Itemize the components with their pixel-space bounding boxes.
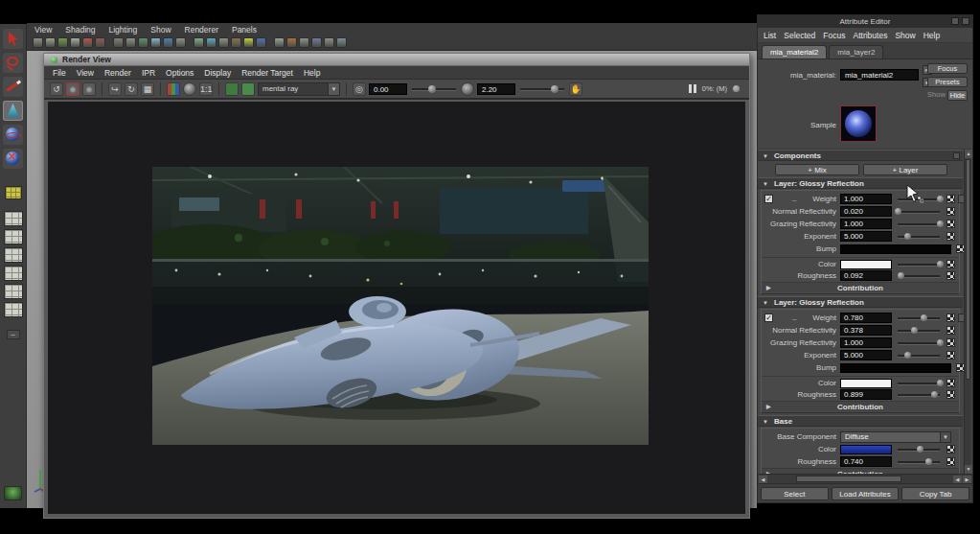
ae-menu-help[interactable]: Help [923, 31, 940, 40]
base-component-dropdown[interactable]: Diffuse ▼ [840, 431, 951, 443]
roughness-slider[interactable] [896, 389, 942, 401]
map-button[interactable] [946, 271, 955, 280]
render-view-titlebar[interactable]: Render View [44, 54, 749, 66]
toolbar-icon[interactable] [138, 37, 148, 48]
renderer-dropdown[interactable]: mental ray ▼ [258, 82, 340, 96]
exposure-field[interactable]: 0.00 [369, 83, 407, 95]
map-button[interactable] [946, 220, 955, 228]
slider-handle[interactable] [904, 352, 911, 359]
map-button[interactable] [946, 313, 955, 322]
toolbar-icon[interactable] [194, 37, 204, 48]
toolbar-icon[interactable] [274, 37, 285, 48]
exponent-slider[interactable] [896, 231, 942, 243]
slider-handle[interactable] [898, 272, 904, 279]
toolbar-icon[interactable] [336, 37, 347, 48]
select-button[interactable]: Select [761, 487, 829, 500]
remove-layer-icon[interactable]: – [792, 314, 796, 323]
base-section-header[interactable]: ▼ Base [758, 415, 963, 427]
layout-four-pane-button[interactable] [4, 229, 23, 244]
gamma-icon[interactable] [461, 82, 474, 96]
bump-swatch[interactable] [840, 244, 951, 254]
roughness-slider[interactable] [896, 270, 942, 282]
paint-select-tool-icon[interactable] [3, 77, 23, 97]
bump-swatch[interactable] [840, 363, 951, 373]
layer-glossy-reflection-header-2[interactable]: ▼ Layer: Glossy Reflection [758, 296, 963, 308]
load-attributes-button[interactable]: Load Attributes [832, 487, 900, 500]
render-settings-icon[interactable] [225, 82, 239, 96]
snapshot-icon[interactable] [82, 82, 96, 96]
alpha-channel-icon[interactable] [183, 82, 196, 96]
show-button[interactable]: Show [927, 90, 946, 101]
rgb-channels-icon[interactable] [167, 82, 180, 96]
roughness-field[interactable]: 0.899 [840, 389, 892, 400]
rotate-tool-icon[interactable] [3, 125, 23, 145]
menu-panels[interactable]: Panels [232, 25, 257, 35]
scroll-up-icon[interactable]: ▲ [965, 150, 972, 158]
collapse-toolbox-button[interactable]: – [7, 330, 20, 339]
toolbar-icon[interactable] [57, 37, 68, 48]
focus-button[interactable]: Focus [927, 63, 968, 74]
open-render-settings-icon[interactable] [241, 82, 255, 96]
map-button[interactable] [946, 232, 955, 241]
redo-render-icon[interactable]: ↺ [50, 82, 63, 96]
gamma-slider[interactable] [518, 83, 566, 95]
rv-menu-file[interactable]: File [53, 68, 66, 78]
menu-show[interactable]: Show [150, 25, 171, 35]
exposure-slider[interactable] [410, 83, 458, 95]
rv-menu-help[interactable]: Help [304, 68, 320, 78]
material-sample-swatch[interactable] [840, 105, 877, 142]
normal-reflectivity-field[interactable]: 0.378 [840, 325, 892, 336]
base-color-swatch[interactable] [840, 445, 892, 454]
move-tool-icon[interactable] [3, 101, 23, 121]
toolbar-icon[interactable] [324, 37, 334, 48]
toolbar-icon[interactable] [150, 37, 161, 48]
exponent-field[interactable]: 5.000 [840, 350, 892, 360]
ipr-render-icon[interactable]: ↻ [125, 82, 138, 96]
scroll-right-icon[interactable]: ▶ [963, 476, 971, 483]
scale-tool-icon[interactable] [3, 149, 23, 169]
slider-handle[interactable] [925, 458, 932, 465]
scroll-left-icon[interactable]: ◀ [759, 476, 767, 483]
toolbar-icon[interactable] [95, 37, 105, 48]
weight-slider[interactable] [896, 313, 942, 324]
select-tool-icon[interactable] [3, 29, 23, 49]
toolbar-icon[interactable] [311, 37, 322, 48]
map-button[interactable] [946, 457, 955, 466]
layout-persp-outliner-button[interactable] [4, 247, 23, 263]
grazing-reflectivity-field[interactable]: 1.000 [840, 337, 892, 348]
toolbar-icon[interactable] [45, 37, 56, 48]
map-button[interactable] [946, 379, 955, 387]
map-button[interactable] [946, 338, 955, 347]
rv-menu-display[interactable]: Display [204, 68, 231, 78]
contribution-bar[interactable]: ▶ Contribution [762, 282, 959, 292]
base-roughness-field[interactable]: 0.740 [840, 456, 892, 467]
weight-field[interactable]: 0.780 [840, 313, 892, 323]
rv-menu-render[interactable]: Render [104, 68, 131, 78]
base-color-slider[interactable] [896, 444, 942, 455]
color-swatch[interactable] [840, 379, 892, 388]
scrollbar-thumb[interactable] [796, 476, 901, 482]
grazing-reflectivity-slider[interactable] [896, 219, 942, 230]
highlight-selection-icon[interactable] [5, 186, 22, 199]
slider-handle[interactable] [895, 208, 901, 215]
undock-icon[interactable] [951, 17, 959, 25]
toolbar-icon[interactable] [299, 37, 309, 48]
gamma-field[interactable]: 2.20 [477, 83, 515, 95]
contribution-bar[interactable]: ▶ Contribution [762, 401, 959, 411]
rv-menu-options[interactable]: Options [166, 68, 194, 78]
ae-menu-show[interactable]: Show [895, 31, 915, 40]
menu-renderer[interactable]: Renderer [185, 25, 218, 35]
normal-reflectivity-field[interactable]: 0.020 [840, 206, 892, 217]
slider-handle[interactable] [937, 339, 944, 346]
toolbar-icon[interactable] [206, 37, 217, 48]
render-view-canvas[interactable] [48, 102, 745, 514]
ae-menu-attributes[interactable]: Attributes [853, 31, 887, 40]
toolbar-icon[interactable] [231, 37, 241, 48]
toolbar-icon[interactable] [243, 37, 254, 48]
grazing-reflectivity-field[interactable]: 1.000 [840, 219, 892, 229]
components-section-header[interactable]: ▼ Components [758, 150, 963, 161]
add-mix-button[interactable]: + Mix [775, 164, 859, 175]
layout-persp-panel-button[interactable] [4, 302, 23, 317]
layer-glossy-reflection-header-1[interactable]: ▼ Layer: Glossy Reflection [758, 177, 963, 189]
map-button[interactable] [946, 351, 955, 360]
